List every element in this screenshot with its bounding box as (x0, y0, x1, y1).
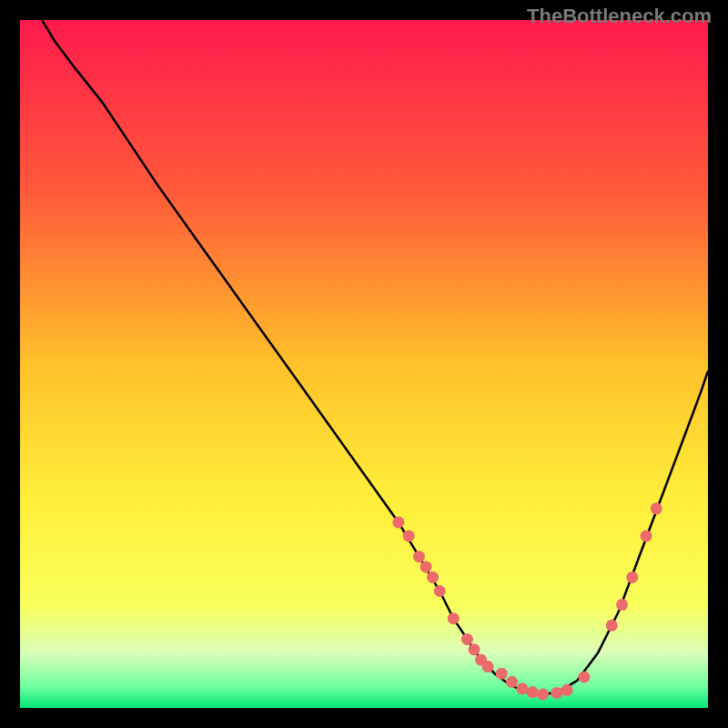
data-point (651, 502, 662, 514)
data-point (403, 531, 415, 542)
data-point (427, 571, 439, 583)
data-point (482, 661, 494, 672)
data-point (461, 633, 473, 645)
data-point (420, 561, 432, 573)
data-point (448, 612, 460, 624)
data-point (641, 531, 652, 542)
data-point (527, 686, 539, 698)
data-point (392, 516, 404, 528)
data-point (537, 688, 549, 700)
chart-container (20, 20, 708, 708)
data-point (434, 585, 446, 597)
data-point (469, 643, 480, 655)
data-point (578, 672, 590, 683)
data-point (561, 684, 573, 696)
data-point (616, 599, 628, 611)
data-point (516, 682, 528, 694)
data-point (606, 620, 618, 632)
data-point (413, 551, 425, 562)
chart-background (20, 20, 708, 708)
data-point (506, 676, 518, 688)
data-point (496, 668, 508, 680)
bottleneck-chart (20, 20, 708, 708)
data-point (551, 687, 562, 699)
data-point (626, 571, 638, 583)
watermark-text: TheBottleneck.com (527, 5, 712, 28)
